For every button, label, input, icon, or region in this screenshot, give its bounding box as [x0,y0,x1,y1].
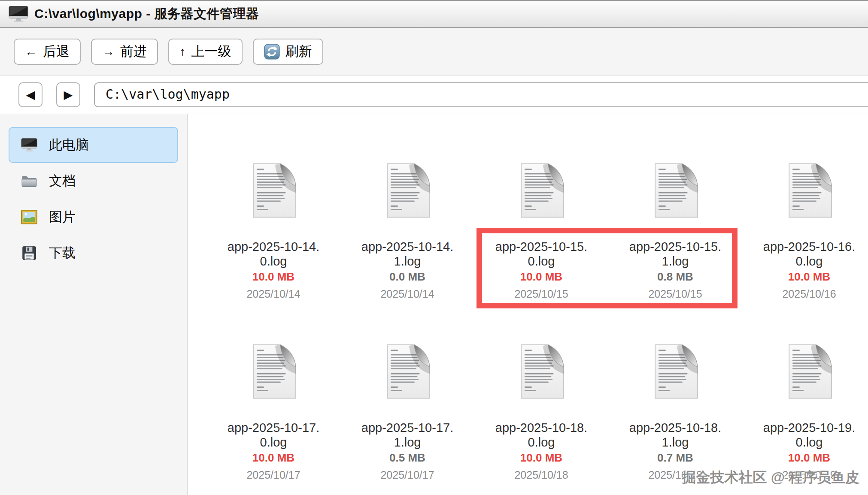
file-name: app-2025-10-17. 0.log [228,420,319,450]
file-date: 2025/10/15 [648,288,702,300]
refresh-button[interactable]: 刷新 [253,39,323,65]
left-arrow-icon: ← [25,45,37,58]
document-icon [781,161,837,220]
file-item[interactable]: app-2025-10-17. 0.log 10.0 MB 2025/10/17 [206,342,340,481]
right-triangle-icon: ▶ [64,88,73,102]
file-size: 0.0 MB [389,270,425,284]
file-date: 2025/10/16 [782,288,836,300]
sidebar-item-picture[interactable]: 图片 [9,199,178,235]
file-item[interactable]: app-2025-10-15. 0.log 10.0 MB 2025/10/15 [474,161,608,300]
sidebar-item-label: 文档 [49,172,76,190]
document-icon [379,342,435,401]
file-item[interactable]: app-2025-10-18. 1.log 0.7 MB 2025/10/18 [608,342,742,481]
document-icon [513,342,569,401]
file-date: 2025/10/17 [246,469,300,481]
file-date: 2025/10/14 [380,288,434,300]
document-icon [513,161,569,220]
window-title: C:\var\log\myapp - 服务器文件管理器 [34,5,259,23]
back-button-label: 后退 [43,42,70,60]
refresh-button-label: 刷新 [285,42,312,60]
back-button[interactable]: ← 后退 [14,39,81,65]
file-item[interactable]: app-2025-10-14. 1.log 0.0 MB 2025/10/14 [340,161,474,300]
path-input[interactable] [94,82,868,107]
up-level-button[interactable]: ↑ 上一级 [168,39,243,65]
left-triangle-icon: ◀ [26,88,35,102]
file-area: app-2025-10-14. 0.log 10.0 MB 2025/10/14… [188,114,868,495]
up-level-button-label: 上一级 [191,42,231,60]
sidebar-item-label: 图片 [49,208,76,226]
toolbar: ← 后退 → 前进 ↑ 上一级 刷新 [0,28,868,75]
file-date: 2025/10/14 [246,288,300,300]
file-size: 10.0 MB [788,451,830,465]
file-date: 2025/10/19 [782,469,836,481]
file-date: 2025/10/18 [648,469,702,481]
file-name: app-2025-10-17. 1.log [361,420,453,450]
document-icon [647,161,703,220]
picture-icon [21,210,37,224]
file-name: app-2025-10-16. 0.log [763,239,855,269]
right-arrow-icon: → [102,45,115,58]
file-size: 10.0 MB [520,451,562,465]
computer-icon [9,6,28,23]
file-item[interactable]: app-2025-10-19. 0.log 10.0 MB 2025/10/19 [742,342,868,481]
file-item[interactable]: app-2025-10-15. 1.log 0.8 MB 2025/10/15 [608,161,742,300]
file-name: app-2025-10-18. 0.log [495,420,587,450]
file-size: 10.0 MB [252,451,294,465]
sidebar-item-label: 此电脑 [49,136,89,154]
up-arrow-icon: ↑ [179,45,186,58]
document-icon [647,342,703,401]
file-date: 2025/10/17 [380,469,434,481]
refresh-icon [264,44,280,60]
forward-button-label: 前进 [120,42,147,60]
file-name: app-2025-10-19. 0.log [763,420,855,450]
file-size: 0.8 MB [657,270,693,284]
title-bar: C:\var\log\myapp - 服务器文件管理器 [0,1,868,28]
sidebar-item-computer[interactable]: 此电脑 [9,127,178,163]
document-icon [781,342,837,401]
file-item[interactable]: app-2025-10-18. 0.log 10.0 MB 2025/10/18 [474,342,608,481]
nav-back-button[interactable]: ◀ [18,82,42,107]
file-name: app-2025-10-15. 0.log [495,239,587,269]
address-bar: ◀ ▶ [0,75,868,114]
file-size: 10.0 MB [252,270,294,284]
file-name: app-2025-10-15. 1.log [629,239,721,269]
computer-icon [21,138,37,152]
file-size: 10.0 MB [788,270,830,284]
sidebar-item-floppy[interactable]: 下载 [9,235,178,271]
file-item[interactable]: app-2025-10-17. 1.log 0.5 MB 2025/10/17 [340,342,474,481]
forward-button[interactable]: → 前进 [91,39,158,65]
file-name: app-2025-10-14. 0.log [228,239,319,269]
document-icon [379,161,435,220]
sidebar: 此电脑 文档 图片 下载 [0,114,188,495]
folder-icon [21,174,37,188]
document-icon [246,342,301,401]
file-item[interactable]: app-2025-10-16. 0.log 10.0 MB 2025/10/16 [742,161,868,300]
sidebar-item-folder[interactable]: 文档 [9,163,178,199]
file-name: app-2025-10-14. 1.log [361,239,453,269]
file-date: 2025/10/15 [514,288,568,300]
file-name: app-2025-10-18. 1.log [629,420,721,450]
file-grid: app-2025-10-14. 0.log 10.0 MB 2025/10/14… [188,114,868,481]
nav-forward-button[interactable]: ▶ [56,82,80,107]
file-date: 2025/10/18 [514,469,568,481]
document-icon [246,161,301,220]
file-size: 10.0 MB [520,270,562,284]
file-manager-window: C:\var\log\myapp - 服务器文件管理器 ← 后退 → 前进 ↑ … [0,0,868,495]
file-size: 0.7 MB [657,451,693,465]
sidebar-item-label: 下载 [49,244,76,262]
floppy-icon [21,246,37,260]
file-item[interactable]: app-2025-10-14. 0.log 10.0 MB 2025/10/14 [206,161,340,300]
file-size: 0.5 MB [389,451,425,465]
